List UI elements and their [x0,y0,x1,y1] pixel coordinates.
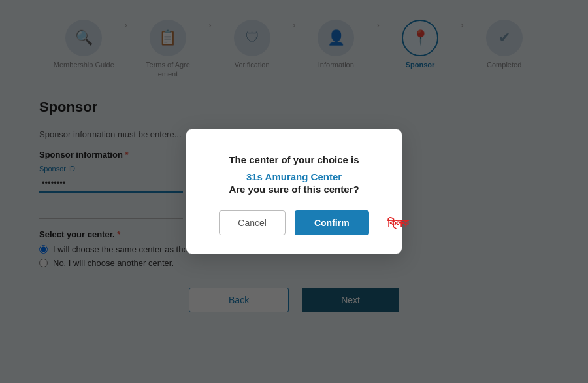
modal-message-line1: The center of your choice is [212,153,376,168]
modal-center-name: 31s Amurang Center [212,171,376,182]
modal-question: Are you sure of this center? [212,184,376,195]
cancel-button[interactable]: Cancel [219,210,286,235]
modal-buttons: Cancel Confirm ক্লিক [212,210,376,235]
confirm-button[interactable]: Confirm [295,210,369,235]
click-annotation: ক্লিক [387,216,408,230]
confirm-modal: The center of your choice is 31s Amurang… [186,129,402,254]
modal-overlay: The center of your choice is 31s Amurang… [0,0,588,383]
